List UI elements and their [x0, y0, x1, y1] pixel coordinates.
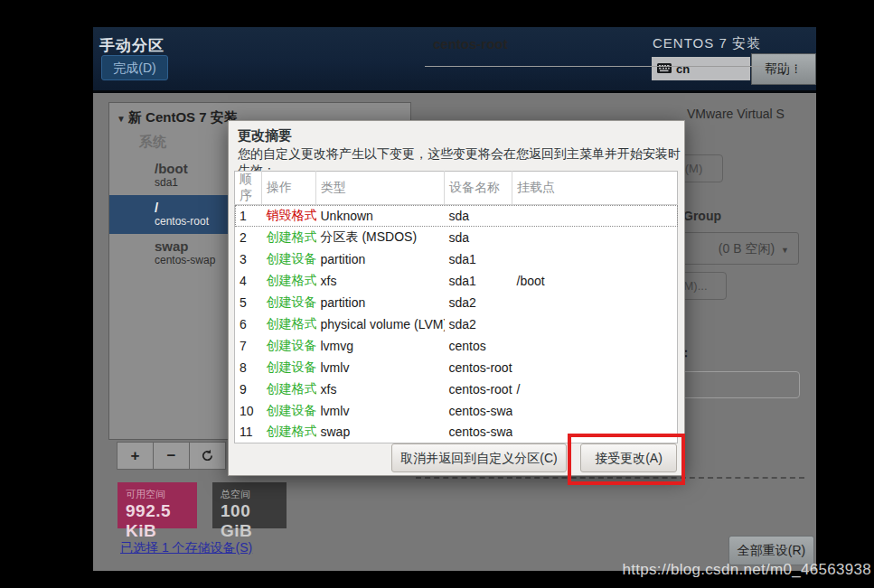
cell-action: 创建格式 — [262, 422, 316, 443]
cell-device: sda2 — [445, 292, 512, 313]
chevron-down-icon: ▼ — [781, 246, 789, 255]
available-space-label: 可用空间 — [126, 488, 197, 501]
cell-order: 4 — [235, 270, 262, 292]
plus-icon: + — [131, 447, 140, 464]
cell-action: 创建设备 — [262, 335, 316, 357]
cell-action: 创建设备 — [262, 357, 316, 378]
cell-type: lvmvg — [316, 335, 445, 357]
dialog-title: 更改摘要 — [238, 127, 292, 145]
cell-order: 7 — [235, 335, 262, 357]
cell-type: lvmlv — [316, 357, 445, 378]
cell-action: 销毁格式 — [262, 205, 316, 227]
sidebar-root-label: 新 CentOS 7 安装 — [128, 109, 238, 125]
cell-mount — [512, 248, 678, 270]
total-space-box: 总空间 100 GiB — [212, 482, 287, 528]
cell-device: sda1 — [445, 248, 512, 270]
table-row[interactable]: 1 销毁格式 Unknown sda — [235, 205, 678, 227]
cell-type: partition — [316, 248, 445, 270]
table-row[interactable]: 7 创建设备 lvmvg centos — [235, 335, 678, 357]
cell-action: 创建设备 — [262, 292, 316, 313]
cancel-button[interactable]: 取消并返回到自定义分区(C) — [391, 443, 567, 472]
watermark: https://blog.csdn.net/m0_46563938 — [623, 561, 871, 579]
col-device[interactable]: 设备名称 — [445, 172, 512, 205]
product-title: CENTOS 7 安装 — [653, 35, 761, 52]
cell-action: 创建格式 — [262, 313, 316, 335]
table-row[interactable]: 10 创建设备 lvmlv centos-swap — [235, 400, 678, 422]
reload-icon — [201, 449, 214, 466]
table-row[interactable]: 2 创建格式 分区表 (MSDOS) sda — [235, 227, 678, 248]
cell-order: 1 — [235, 205, 262, 227]
cell-mount — [512, 335, 678, 357]
cell-type: 分区表 (MSDOS) — [316, 227, 445, 248]
cell-mount — [512, 313, 678, 335]
volume-group-dropdown[interactable]: (0 B 空闲)▼ — [673, 232, 799, 265]
volume-group-label-partial: Group — [683, 209, 721, 223]
add-partition-button[interactable]: + — [117, 442, 154, 470]
changes-table-body: 1 销毁格式 Unknown sda 2 创建格式 分区表 (MSDOS) sd… — [235, 205, 678, 443]
cell-order: 3 — [235, 248, 262, 270]
panel-divider — [425, 66, 800, 67]
col-mount[interactable]: 挂载点 — [512, 172, 678, 205]
table-row[interactable]: 9 创建格式 xfs centos-root / — [235, 378, 678, 400]
cell-order: 9 — [235, 378, 262, 400]
cell-device: centos — [445, 335, 512, 357]
changes-table: 顺序 操作 类型 设备名称 挂载点 1 销毁格式 Unknown sda 2 创… — [234, 171, 678, 443]
table-row[interactable]: 8 创建设备 lvmlv centos-root — [235, 357, 678, 378]
cell-type: xfs — [316, 270, 445, 292]
table-row[interactable]: 3 创建设备 partition sda1 — [235, 248, 678, 270]
cell-mount — [512, 292, 678, 313]
table-header-row[interactable]: 顺序 操作 类型 设备名称 挂载点 — [235, 172, 678, 205]
cell-device: centos-swap — [445, 400, 512, 422]
cell-type: partition — [316, 292, 445, 313]
cell-device: sda — [445, 205, 512, 227]
cell-device: centos-root — [445, 357, 512, 378]
cell-mount — [512, 227, 678, 248]
selected-mount-title: centos-root — [433, 36, 508, 51]
cell-type: physical volume (LVM) — [316, 313, 445, 335]
page-title: 手动分区 — [99, 35, 164, 56]
cell-mount — [512, 205, 678, 227]
change-summary-dialog: 更改摘要 您的自定义更改将产生以下变更，这些变更将会在您返回到主菜单并开始安装时… — [228, 120, 685, 476]
table-row[interactable]: 5 创建设备 partition sda2 — [235, 292, 678, 313]
expander-icon[interactable]: ▼ — [117, 114, 126, 124]
reload-button[interactable] — [189, 442, 226, 470]
minus-icon: − — [167, 447, 176, 464]
cell-device: centos-swap — [445, 422, 512, 443]
cell-order: 11 — [235, 422, 262, 443]
remove-partition-button[interactable]: − — [153, 442, 190, 470]
cell-device: sda1 — [445, 270, 512, 292]
done-button[interactable]: 完成(D) — [101, 55, 168, 80]
keyboard-layout-indicator[interactable]: cn — [652, 57, 750, 80]
cell-action: 创建设备 — [262, 248, 316, 270]
cell-order: 5 — [235, 292, 262, 313]
selected-devices-link[interactable]: 已选择 1 个存储设备(S) — [120, 540, 252, 556]
col-action[interactable]: 操作 — [262, 172, 316, 205]
cell-action: 创建设备 — [262, 400, 316, 422]
cell-action: 创建格式 — [262, 270, 316, 292]
cell-type: Unknown — [316, 205, 445, 227]
cell-mount — [512, 357, 678, 378]
total-space-label: 总空间 — [221, 488, 287, 501]
col-type[interactable]: 类型 — [316, 172, 445, 205]
col-order[interactable]: 顺序 — [235, 172, 262, 205]
available-space-value: 992.5 KiB — [126, 501, 197, 541]
cell-device: centos-root — [445, 378, 512, 400]
name-input-partial[interactable] — [675, 371, 800, 398]
cell-action: 创建格式 — [262, 227, 316, 248]
cell-device: sda2 — [445, 313, 512, 335]
cell-mount: /boot — [512, 270, 678, 292]
table-row[interactable]: 4 创建格式 xfs sda1 /boot — [235, 270, 678, 292]
cell-type: lvmlv — [316, 400, 445, 422]
keyboard-layout-label: cn — [676, 62, 690, 76]
help-button[interactable]: 帮助！ — [751, 53, 816, 85]
free-space-value: (0 B 空闲) — [719, 241, 775, 256]
table-row[interactable]: 6 创建格式 physical volume (LVM) sda2 — [235, 313, 678, 335]
cell-mount: / — [512, 378, 678, 400]
cell-order: 6 — [235, 313, 262, 335]
cell-mount — [512, 400, 678, 422]
available-space-box: 可用空间 992.5 KiB — [117, 482, 197, 528]
keyboard-icon — [657, 62, 672, 76]
cell-order: 10 — [235, 400, 262, 422]
disk-model-label: VMware Virtual S — [687, 107, 785, 121]
cell-device: sda — [445, 227, 512, 248]
